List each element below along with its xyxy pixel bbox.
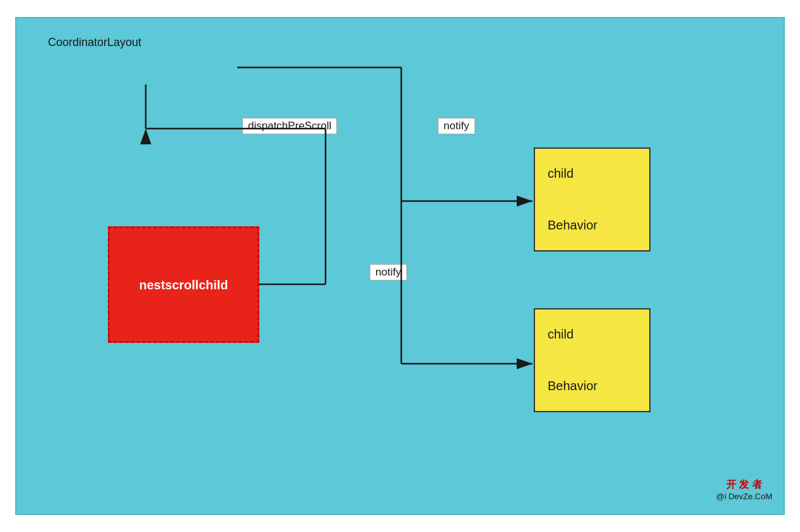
nestscroll-box: nestscrollchild [108, 226, 259, 343]
child-label-bottom: child [548, 327, 574, 342]
notify-label-bottom: notify [370, 264, 407, 280]
behavior-label-bottom: Behavior [548, 379, 597, 393]
watermark-line2: @i DevZe.CoM [716, 492, 772, 502]
nestscroll-label: nestscrollchild [139, 277, 228, 292]
child-label-top: child [548, 166, 574, 181]
dispatch-prescroll-label: dispatchPreScroll [242, 118, 337, 134]
watermark: 开 发 者 @i DevZe.CoM [716, 478, 772, 502]
child-behavior-box-bottom: child Behavior [534, 308, 650, 412]
coordinator-layout-label: CoordinatorLayout [48, 36, 141, 49]
notify-label-top: notify [438, 118, 475, 134]
child-behavior-box-top: child Behavior [534, 147, 650, 252]
diagram-container: CoordinatorLayout nestscrollchild child … [15, 17, 785, 515]
watermark-line1: 开 发 者 [716, 478, 772, 492]
behavior-label-top: Behavior [548, 218, 597, 233]
